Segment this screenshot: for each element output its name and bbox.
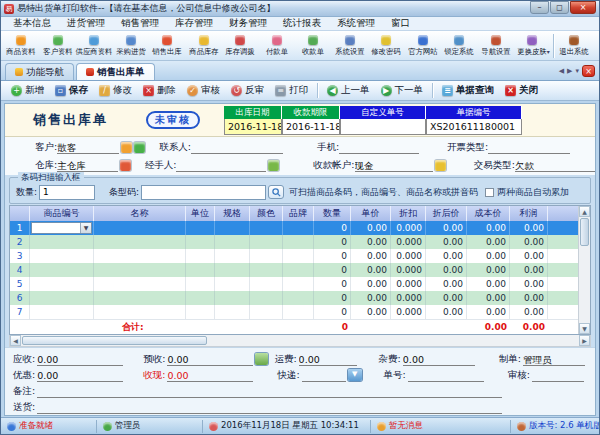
toolbar-exit-system[interactable]: 退出系统 <box>556 32 593 60</box>
tab-scroll-left-icon[interactable]: ◀ <box>559 67 564 75</box>
table-row[interactable]: 600.000.0000.000.000.00 <box>10 291 578 305</box>
toolbar-sales-out[interactable]: 销售出库 <box>149 32 186 60</box>
tab-sales-outbound[interactable]: 销售出库单 <box>76 63 155 80</box>
action-print-button[interactable]: ≡打印 <box>270 82 313 100</box>
table-row[interactable]: 400.000.0000.000.000.00 <box>10 263 578 277</box>
vscroll-thumb[interactable] <box>580 218 589 246</box>
remark-field[interactable] <box>37 385 502 398</box>
footer-field-value[interactable]: 0.00 <box>403 353 475 366</box>
scroll-up-icon[interactable]: ▲ <box>579 206 590 217</box>
add-customer-icon[interactable] <box>134 142 145 153</box>
footer-field-value[interactable]: 0.00 <box>167 369 253 382</box>
header-cell-value[interactable]: 2016-11-18 <box>282 119 340 135</box>
toolbar-purchase-in[interactable]: 采购进货 <box>113 32 150 60</box>
hscroll-thumb[interactable] <box>22 336 207 345</box>
toolbar-change-skin[interactable]: 更换皮肤▾ <box>514 32 551 60</box>
field-value[interactable] <box>191 141 283 154</box>
toolbar-goods-info[interactable]: 商品资料 <box>3 32 40 60</box>
action-audit-button[interactable]: ✓审核 <box>182 82 225 100</box>
main-area: 销售出库单 未审核 出库日期2016-11-18收款期限2016-11-18自定… <box>1 101 599 417</box>
scroll-down-icon[interactable]: ▼ <box>579 323 590 334</box>
total-cell <box>186 320 215 335</box>
footer-field-value[interactable] <box>532 369 584 382</box>
footer-field-value[interactable]: 管理员 <box>523 353 585 366</box>
action-query-bill-button[interactable]: ≡单据查询 <box>437 82 499 100</box>
action-close-button[interactable]: ×关闭 <box>500 82 543 100</box>
footer-field-value[interactable]: 0.00 <box>37 369 123 382</box>
toolbar-change-password[interactable]: 修改密码 <box>368 32 405 60</box>
table-row[interactable]: 700.000.0000.000.000.00 <box>10 305 578 319</box>
menu-item-6[interactable]: 系统管理 <box>329 17 383 30</box>
barcode-input[interactable] <box>141 185 266 200</box>
footer-field-value[interactable] <box>302 369 346 382</box>
auto-accumulate-checkbox[interactable] <box>485 188 494 197</box>
toolbar-system-settings[interactable]: 系统设置 <box>332 32 369 60</box>
toolbar-receipt-bill[interactable]: 收款单 <box>295 32 332 60</box>
footer-field-value[interactable] <box>408 369 484 382</box>
scroll-left-icon[interactable]: ◀ <box>10 335 21 346</box>
toolbar-goods-stock[interactable]: 商品库存 <box>186 32 223 60</box>
warehouse-picker-icon[interactable] <box>120 160 131 171</box>
menu-item-2[interactable]: 销售管理 <box>113 17 167 30</box>
field-value[interactable] <box>176 159 266 172</box>
column-header-单价: 单价 <box>351 206 391 221</box>
header-cell-value[interactable] <box>340 119 426 135</box>
toolbar-nav-settings[interactable]: 导航设置 <box>478 32 515 60</box>
qty-input[interactable] <box>39 185 95 200</box>
minimize-button[interactable]: – <box>530 1 549 14</box>
tab-close-icon[interactable]: × <box>582 65 595 77</box>
horizontal-scrollbar[interactable]: ◀ ▶ <box>9 335 591 347</box>
action-next-bill-button[interactable]: ▶下一单 <box>376 82 429 100</box>
account-picker-icon[interactable] <box>435 160 446 171</box>
product-code-combobox[interactable]: ▼ <box>31 222 92 234</box>
express-dropdown-icon[interactable]: ▼ <box>348 369 362 381</box>
toolbar-payment-bill[interactable]: 付款单 <box>259 32 296 60</box>
menu-item-3[interactable]: 库存管理 <box>167 17 221 30</box>
toolbar-lock-system[interactable]: 锁定系统 <box>441 32 478 60</box>
delivery-field[interactable] <box>37 401 502 414</box>
menu-item-5[interactable]: 统计报表 <box>275 17 329 30</box>
customer-picker-icon[interactable] <box>121 142 132 153</box>
barcode-search-button[interactable] <box>268 185 284 199</box>
toolbar-customer-info[interactable]: 客户资料 <box>40 32 77 60</box>
close-button[interactable]: × <box>570 1 596 14</box>
menu-item-4[interactable]: 财务管理 <box>221 17 275 30</box>
menu-item-7[interactable]: 窗口 <box>383 17 418 30</box>
header-cell-value[interactable]: XS201611180001 <box>426 119 522 135</box>
menu-item-1[interactable]: 进货管理 <box>59 17 113 30</box>
tab-scroll-right-icon[interactable]: ▶ <box>567 67 572 75</box>
action-delete-button[interactable]: ×删除 <box>138 82 181 100</box>
field-value[interactable]: 主仓库 <box>57 159 118 172</box>
table-row[interactable]: 500.000.0000.000.000.00 <box>10 277 578 291</box>
field-value[interactable] <box>488 141 570 154</box>
recalc-icon[interactable] <box>255 353 268 365</box>
field-value[interactable]: 散客 <box>57 141 119 154</box>
footer-field-value[interactable]: 0.00 <box>37 353 123 366</box>
combo-dropdown-icon[interactable]: ▼ <box>80 223 91 233</box>
field-value[interactable]: 现金 <box>355 159 433 172</box>
table-row[interactable]: 1▼00.000.0000.000.000.00 <box>10 221 578 235</box>
table-row[interactable]: 300.000.0000.000.000.00 <box>10 249 578 263</box>
handler-picker-icon[interactable] <box>268 160 279 171</box>
header-cell-value[interactable]: 2016-11-18 <box>224 119 282 135</box>
footer-field-value[interactable]: 0.00 <box>167 353 253 366</box>
status-text: 暂无消息 <box>389 420 423 432</box>
toolbar-official-website[interactable]: 官方网站 <box>405 32 442 60</box>
toolbar-supplier-info[interactable]: 供应商资料 <box>76 32 113 60</box>
table-row[interactable]: 200.000.0000.000.000.00 <box>10 235 578 249</box>
tab-function-nav[interactable]: 功能导航 <box>5 63 74 80</box>
scroll-right-icon[interactable]: ▶ <box>579 335 590 346</box>
tab-list-icon[interactable]: ▾ <box>575 67 579 75</box>
action-new-button[interactable]: +新增 <box>6 82 49 100</box>
field-value[interactable]: 欠款 <box>515 159 595 172</box>
action-unaudit-button[interactable]: ↺反审 <box>226 82 269 100</box>
menu-item-0[interactable]: 基本信息 <box>5 17 59 30</box>
vertical-scrollbar[interactable]: ▲ ▼ <box>578 206 590 334</box>
footer-field-value[interactable]: 0.00 <box>299 353 357 366</box>
maximize-button[interactable]: ◻ <box>550 1 569 14</box>
field-value[interactable] <box>339 141 419 154</box>
toolbar-stock-transfer[interactable]: 库存调拨 <box>222 32 259 60</box>
action-save-button[interactable]: ▫保存 <box>50 82 93 100</box>
action-modify-button[interactable]: /修改 <box>94 82 137 100</box>
action-prev-bill-button[interactable]: ◀上一单 <box>322 82 375 100</box>
